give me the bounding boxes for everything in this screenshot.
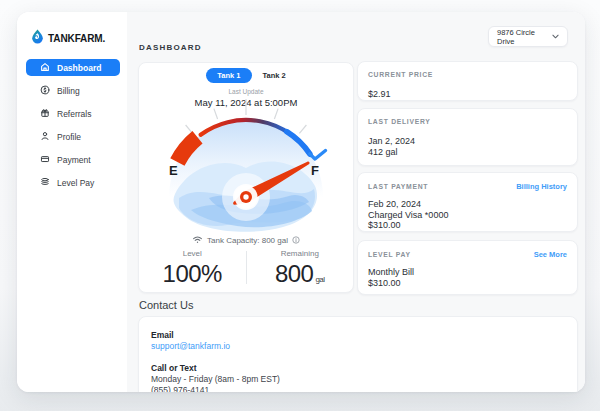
- main-area: 9876 Circle Drive DASHBOARD Tank 1 Tank …: [127, 12, 585, 392]
- card-title: LAST PAYMENT: [368, 183, 428, 190]
- stat-remaining: Remaining 800gal: [247, 249, 354, 288]
- dollar-circle-icon: [40, 85, 50, 97]
- level-pay-type: Monthly Bill: [368, 267, 567, 278]
- last-delivery-card: LAST DELIVERY Jan 2, 2024 412 gal: [357, 108, 578, 166]
- sidebar-item-billing[interactable]: Billing: [26, 82, 120, 99]
- sidebar-item-label: Payment: [57, 155, 91, 165]
- needle-hub-center: [243, 194, 248, 199]
- current-price-card: CURRENT PRICE $2.91: [357, 61, 578, 101]
- sidebar-item-payment[interactable]: Payment: [26, 151, 120, 168]
- sidebar: TANKFARM. Dashboard Billing: [17, 12, 127, 392]
- contact-card: Email support@tankfarm.io Call or Text M…: [138, 316, 578, 392]
- tank-panel: Tank 1 Tank 2 Last Update May 11, 2024 a…: [138, 62, 354, 293]
- last-payment-amount: $310.00: [368, 220, 567, 231]
- call-or-text-label: Call or Text: [151, 363, 565, 374]
- tank-tabs: Tank 1 Tank 2: [139, 68, 353, 83]
- gauge-arc-hook: [310, 151, 326, 160]
- last-payment-method: Charged Visa *0000: [368, 210, 567, 221]
- tab-tank-2[interactable]: Tank 2: [263, 71, 286, 80]
- contact-us-heading: Contact Us: [139, 299, 193, 311]
- sidebar-item-dashboard[interactable]: Dashboard: [26, 59, 120, 76]
- sidebar-item-profile[interactable]: Profile: [26, 128, 120, 145]
- last-delivery-amount: 412 gal: [368, 147, 567, 158]
- sidebar-item-label: Dashboard: [57, 63, 101, 73]
- stat-remaining-value: 800: [275, 260, 314, 288]
- home-icon: [40, 62, 50, 74]
- page-title: DASHBOARD: [139, 43, 202, 52]
- sidebar-item-level-pay[interactable]: Level Pay: [26, 174, 120, 191]
- support-email-link[interactable]: support@tankfarm.io: [151, 341, 565, 352]
- see-more-link[interactable]: See More: [534, 250, 567, 259]
- location-selector-value: 9876 Circle Drive: [497, 28, 552, 46]
- sidebar-item-label: Billing: [57, 86, 80, 96]
- tank-level-gauge: E F: [139, 98, 355, 236]
- tank-capacity-row: Tank Capacity: 800 gal: [139, 235, 353, 246]
- last-payment-date: Feb 20, 2024: [368, 199, 567, 210]
- last-update-label: Last Update: [139, 88, 353, 95]
- gauge-full-label: F: [311, 163, 319, 178]
- sidebar-item-label: Profile: [57, 132, 81, 142]
- chevron-down-icon: [552, 32, 559, 41]
- credit-card-icon: [40, 154, 50, 166]
- last-delivery-date: Jan 2, 2024: [368, 136, 567, 147]
- person-icon: [40, 131, 50, 143]
- phone-hours: Monday - Friday (8am - 8pm EST): [151, 374, 565, 385]
- stat-level-value: 100%: [163, 260, 222, 288]
- billing-history-link[interactable]: Billing History: [516, 182, 567, 191]
- location-selector[interactable]: 9876 Circle Drive: [488, 26, 568, 47]
- gauge-empty-label: E: [169, 163, 178, 178]
- wifi-icon: [192, 235, 203, 246]
- stat-remaining-label: Remaining: [247, 249, 354, 258]
- tab-tank-1[interactable]: Tank 1: [206, 68, 251, 83]
- sidebar-item-label: Referrals: [57, 109, 91, 119]
- gift-icon: [40, 108, 50, 120]
- phone-number: (855) 976-4141: [151, 385, 565, 392]
- tank-stats: Level 100% Remaining 800gal: [139, 249, 353, 288]
- app-window: TANKFARM. Dashboard Billing: [17, 12, 585, 392]
- brand-name: TANKFARM.: [48, 33, 105, 44]
- last-payment-card: LAST PAYMENT Billing History Feb 20, 202…: [357, 172, 578, 232]
- info-icon[interactable]: [292, 236, 300, 246]
- sidebar-item-label: Level Pay: [57, 178, 94, 188]
- sidebar-item-referrals[interactable]: Referrals: [26, 105, 120, 122]
- current-price-value: $2.91: [368, 89, 567, 100]
- card-title: CURRENT PRICE: [368, 71, 567, 78]
- card-title: LEVEL PAY: [368, 251, 411, 258]
- email-label: Email: [151, 330, 565, 341]
- stat-remaining-unit: gal: [315, 275, 324, 284]
- droplet-icon: [31, 29, 44, 48]
- stat-level-label: Level: [139, 249, 246, 258]
- card-title: LAST DELIVERY: [368, 118, 567, 125]
- sidebar-nav: Dashboard Billing Referr: [26, 59, 120, 197]
- level-pay-amount: $310.00: [368, 278, 567, 289]
- brand-logo: TANKFARM.: [31, 29, 105, 48]
- tank-capacity-label: Tank Capacity: 800 gal: [207, 236, 288, 245]
- stat-level: Level 100%: [139, 249, 246, 288]
- level-pay-card: LEVEL PAY See More Monthly Bill $310.00: [357, 240, 578, 295]
- layers-icon: [40, 177, 50, 189]
